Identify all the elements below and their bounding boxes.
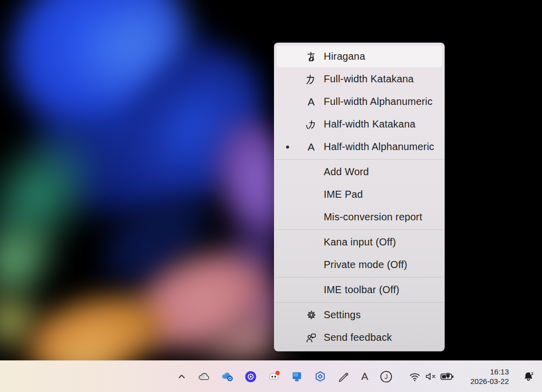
taskbar-clock[interactable]: 16:13 2026-03-22 — [470, 367, 509, 386]
battery-button[interactable] — [439, 366, 456, 387]
onedrive-cloud-icon — [198, 371, 211, 382]
clock-date: 2026-03-22 — [470, 376, 509, 386]
battery-charging-icon — [440, 371, 455, 381]
wifi-icon — [409, 371, 421, 382]
remote-display-icon — [291, 370, 303, 382]
menu-item-label: Add Word — [324, 166, 369, 178]
ime-mode-letter: A — [361, 370, 368, 382]
menu-item-label: Settings — [324, 309, 361, 321]
tray-language-badge[interactable]: J — [378, 366, 394, 387]
ime-context-menu: Hiragana Full-width Katakana A Full-widt… — [274, 43, 445, 351]
menu-item-kana-input[interactable]: Kana input (Off) — [274, 231, 445, 253]
latin-a-icon: A — [304, 96, 318, 107]
tray-discord-button[interactable] — [265, 366, 282, 387]
gear-icon — [304, 309, 318, 321]
menu-item-add-word[interactable]: Add Word — [274, 161, 445, 183]
clock-time: 16:13 — [470, 367, 509, 376]
menu-item-ime-toolbar[interactable]: IME toolbar (Off) — [274, 279, 445, 301]
volume-muted-icon — [424, 371, 437, 382]
menu-item-halfwidth-alphanumeric[interactable]: A Half-width Alphanumeric — [274, 136, 445, 158]
tray-pen-button[interactable] — [335, 366, 351, 387]
volume-button[interactable] — [424, 366, 437, 387]
svg-text:J: J — [385, 373, 388, 380]
menu-item-label: Half-width Katakana — [324, 118, 416, 130]
menu-item-label: Send feedback — [324, 332, 392, 343]
menu-separator — [275, 302, 444, 303]
menu-item-label: Hiragana — [324, 51, 365, 62]
menu-item-settings[interactable]: Settings — [274, 304, 445, 326]
tray-status-group[interactable] — [408, 366, 456, 387]
menu-item-label: IME Pad — [324, 189, 363, 200]
tray-cloud-sync-button[interactable] — [219, 366, 236, 387]
desktop-screen: Hiragana Full-width Katakana A Full-widt… — [0, 0, 542, 392]
bell-do-not-disturb-icon: z — [522, 370, 536, 383]
menu-item-halfwidth-katakana[interactable]: Half-width Katakana — [274, 113, 445, 136]
j-circle-icon: J — [379, 370, 393, 383]
chevron-up-icon — [177, 371, 187, 381]
half-katakana-ka-icon — [304, 118, 318, 130]
tray-show-hidden-icons-button[interactable] — [173, 366, 190, 387]
menu-item-label: Full-width Katakana — [324, 73, 414, 85]
selected-mode-bullet — [286, 146, 289, 149]
notification-center-button[interactable]: z — [520, 366, 537, 387]
menu-item-label: IME toolbar (Off) — [324, 284, 399, 296]
pen-icon — [337, 370, 350, 383]
discord-icon — [267, 370, 281, 382]
menu-item-label: Kana input (Off) — [324, 236, 396, 248]
svg-text:z: z — [531, 371, 533, 376]
latin-a-icon: A — [304, 142, 318, 152]
menu-item-label: Private mode (Off) — [324, 259, 408, 271]
menu-item-label: Half-width Alphanumeric — [324, 141, 434, 153]
desktop-wallpaper — [0, 0, 542, 392]
app-spinner-circle-icon — [244, 370, 257, 383]
feedback-icon — [304, 332, 318, 344]
hiragana-a-icon — [304, 51, 318, 63]
tray-onedrive-button[interactable] — [196, 366, 213, 387]
menu-item-ime-pad[interactable]: IME Pad — [274, 183, 445, 206]
tray-remote-display-button[interactable] — [289, 366, 305, 387]
menu-separator — [275, 277, 444, 278]
tray-app-spinner-button[interactable] — [242, 366, 259, 387]
katakana-ka-icon — [304, 73, 318, 85]
dev-cube-icon — [314, 370, 327, 383]
menu-item-misconversion-report[interactable]: Mis-conversion report — [274, 206, 445, 228]
cloud-sync-icon — [221, 371, 234, 382]
menu-item-label: Full-width Alphanumeric — [324, 96, 433, 107]
menu-separator — [275, 229, 444, 230]
tray-ime-mode-indicator[interactable]: A — [358, 366, 371, 387]
menu-item-send-feedback[interactable]: Send feedback — [274, 326, 445, 349]
menu-item-hiragana[interactable]: Hiragana — [274, 45, 445, 68]
menu-item-private-mode[interactable]: Private mode (Off) — [274, 253, 445, 276]
taskbar: A J — [0, 360, 542, 392]
wifi-button[interactable] — [408, 366, 422, 387]
menu-item-label: Mis-conversion report — [324, 211, 423, 223]
menu-item-fullwidth-alphanumeric[interactable]: A Full-width Alphanumeric — [274, 90, 445, 113]
menu-separator — [275, 159, 444, 160]
menu-item-fullwidth-katakana[interactable]: Full-width Katakana — [274, 68, 445, 90]
system-tray: A J — [173, 366, 537, 387]
tray-dev-cube-button[interactable] — [312, 366, 328, 387]
